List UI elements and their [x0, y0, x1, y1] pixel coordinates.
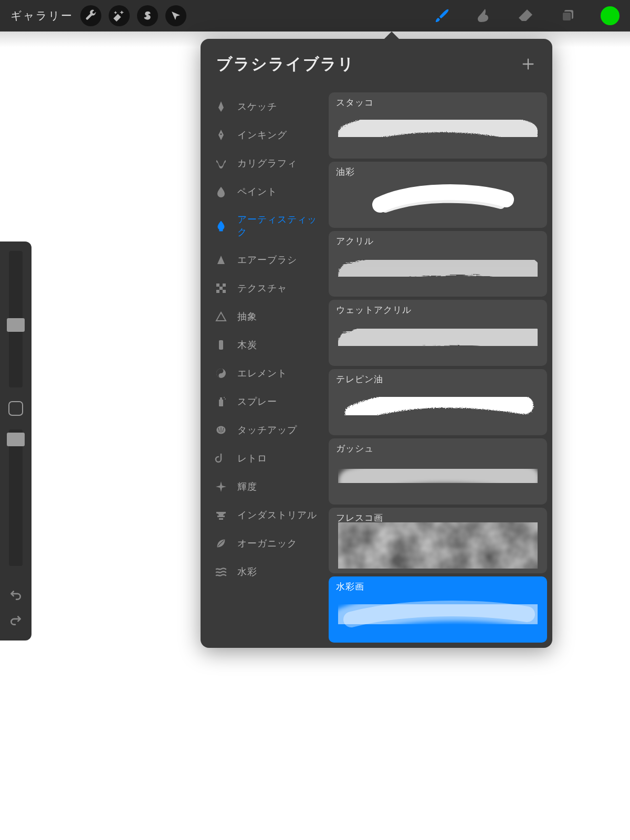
category-item-industrial[interactable]: インダストリアル: [201, 501, 327, 529]
category-label: インキング: [237, 129, 287, 141]
category-item-spray[interactable]: スプレー: [201, 387, 327, 416]
sparkle-icon: [214, 480, 228, 494]
wrench-button[interactable]: [80, 5, 101, 26]
leaf-icon: [214, 537, 228, 550]
svg-rect-7: [223, 290, 226, 293]
category-label: 水彩: [237, 565, 257, 578]
category-item-organic[interactable]: オーガニック: [201, 529, 327, 558]
svg-point-15: [225, 398, 226, 400]
category-label: レトロ: [237, 452, 267, 465]
brush-preview: [329, 586, 547, 643]
svg-point-16: [349, 527, 527, 569]
brush-icon: [214, 219, 228, 233]
category-label: スプレー: [237, 395, 277, 408]
add-brush-button[interactable]: [520, 56, 537, 72]
wand-button[interactable]: [109, 5, 130, 26]
brush-preview: [329, 102, 547, 159]
brush-card-gouache[interactable]: ガッシュ: [329, 438, 547, 505]
popover-header: ブラシライブラリ: [201, 39, 552, 89]
svg-rect-4: [223, 284, 226, 287]
wand-icon: [113, 9, 125, 22]
smudge-icon: [476, 7, 492, 24]
brush-card-fresco[interactable]: フレスコ画: [329, 508, 547, 574]
retro-icon: [214, 452, 228, 465]
category-item-calligraphy[interactable]: カリグラフィ: [201, 149, 327, 177]
anvil-icon: [214, 508, 228, 522]
modify-button[interactable]: [8, 401, 23, 416]
top-toolbar-right: [433, 6, 620, 25]
triangle-icon: [214, 310, 228, 323]
select-button[interactable]: [137, 5, 158, 26]
brush-card-wetacrylic[interactable]: ウェットアクリル: [329, 300, 547, 366]
ribbon-icon: [214, 156, 228, 170]
brush-tool-button[interactable]: [433, 6, 452, 25]
category-item-airbrush[interactable]: エアーブラシ: [201, 246, 327, 274]
cursor-button[interactable]: [165, 5, 186, 26]
brush-card-oil[interactable]: 油彩: [329, 162, 547, 228]
category-item-artistic[interactable]: アーティスティック: [201, 206, 327, 246]
layers-button[interactable]: [559, 6, 578, 25]
category-item-paint[interactable]: ペイント: [201, 177, 327, 206]
side-toolbar: [0, 242, 32, 640]
eraser-tool-button[interactable]: [517, 6, 536, 25]
brush-preview: [329, 448, 547, 505]
svg-point-10: [220, 370, 222, 372]
popover-arrow: [383, 32, 400, 40]
checker-icon: [214, 281, 228, 295]
spray-cone-icon: [214, 253, 228, 267]
brush-preview: [329, 517, 547, 574]
category-label: 木炭: [237, 339, 257, 351]
category-label: 抽象: [237, 310, 257, 323]
svg-rect-6: [216, 290, 219, 293]
svg-rect-13: [220, 397, 222, 400]
category-label: エレメント: [237, 367, 287, 380]
brush-card-turpentine[interactable]: テレピン油: [329, 369, 547, 435]
brush-size-slider[interactable]: [9, 251, 23, 387]
redo-button[interactable]: [9, 613, 23, 629]
undo-button[interactable]: [9, 588, 23, 604]
brush-library-popover: ブラシライブラリ スケッチインキングカリグラフィペイントアーティスティックエアー…: [201, 39, 552, 648]
smudge-tool-button[interactable]: [475, 6, 494, 25]
redo-icon: [9, 613, 23, 627]
brush-card-stucco[interactable]: スタッコ: [329, 92, 547, 159]
can-icon: [214, 395, 228, 408]
nib-icon: [214, 128, 228, 142]
category-item-abstract[interactable]: 抽象: [201, 302, 327, 331]
category-item-texture[interactable]: テクスチャ: [201, 274, 327, 302]
svg-rect-5: [219, 287, 223, 290]
svg-rect-3: [216, 284, 219, 287]
category-label: タッチアップ: [237, 424, 297, 436]
svg-point-14: [224, 397, 225, 398]
brush-preview: [329, 240, 547, 297]
waves-icon: [214, 565, 228, 579]
brush-preview: [329, 309, 547, 366]
brush-card-watercolor[interactable]: 水彩画: [329, 576, 547, 643]
category-item-inking[interactable]: インキング: [201, 121, 327, 149]
brush-size-thumb[interactable]: [7, 318, 25, 332]
category-item-luminance[interactable]: 輝度: [201, 472, 327, 501]
brush-opacity-slider[interactable]: [9, 429, 23, 566]
category-item-charcoal[interactable]: 木炭: [201, 331, 327, 359]
undo-icon: [9, 588, 23, 602]
category-item-water[interactable]: 水彩: [201, 558, 327, 586]
category-label: 輝度: [237, 480, 257, 493]
category-item-elements[interactable]: エレメント: [201, 359, 327, 387]
category-item-retro[interactable]: レトロ: [201, 444, 327, 472]
color-chip[interactable]: [601, 6, 620, 25]
brush-preview: [329, 379, 547, 435]
category-label: スケッチ: [237, 100, 277, 113]
svg-rect-8: [219, 340, 223, 350]
svg-point-11: [220, 375, 222, 376]
stick-icon: [214, 338, 228, 352]
svg-rect-1: [562, 12, 571, 21]
brush-opacity-thumb[interactable]: [7, 433, 25, 446]
popover-title: ブラシライブラリ: [216, 54, 355, 75]
category-item-sketch[interactable]: スケッチ: [201, 92, 327, 121]
eraser-icon: [518, 7, 534, 24]
wrench-icon: [85, 9, 97, 22]
svg-rect-2: [219, 229, 223, 231]
top-toolbar-left: ギャラリー: [10, 5, 186, 26]
category-item-touchup[interactable]: タッチアップ: [201, 416, 327, 444]
brush-card-acrylic[interactable]: アクリル: [329, 231, 547, 297]
gallery-button[interactable]: ギャラリー: [10, 8, 73, 23]
